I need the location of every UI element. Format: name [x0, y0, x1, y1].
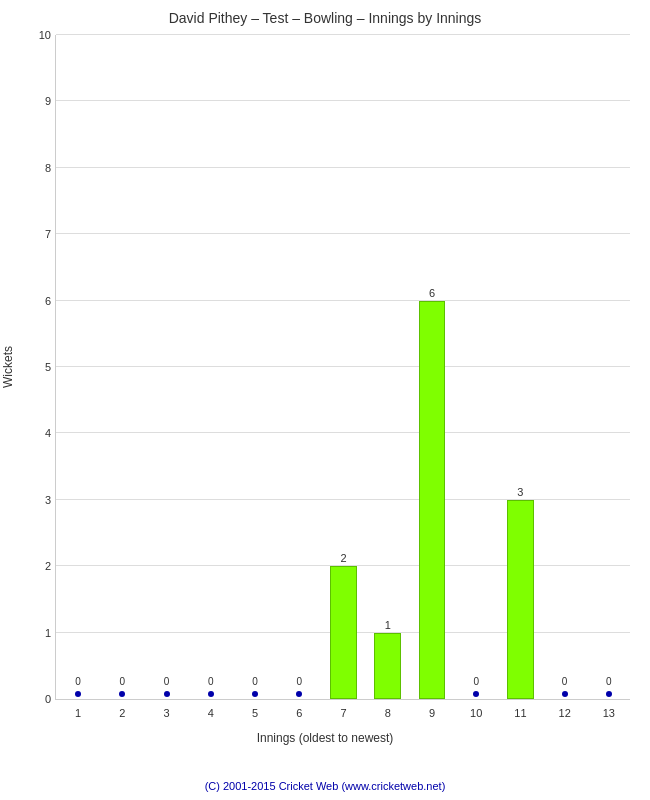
- y-tick-label: 0: [45, 693, 51, 705]
- x-tick-label: 6: [296, 707, 302, 719]
- x-tick-label: 2: [119, 707, 125, 719]
- x-tick-label: 5: [252, 707, 258, 719]
- zero-dot: [473, 691, 479, 697]
- y-tick-label: 10: [39, 29, 51, 41]
- zero-dot: [119, 691, 125, 697]
- x-tick-label: 10: [470, 707, 482, 719]
- y-tick-label: 2: [45, 560, 51, 572]
- grid-line: [56, 300, 630, 301]
- y-tick-label: 8: [45, 162, 51, 174]
- bar: 2: [330, 566, 357, 699]
- chart-container: David Pithey – Test – Bowling – Innings …: [0, 0, 650, 800]
- grid-line: [56, 233, 630, 234]
- y-tick-label: 3: [45, 494, 51, 506]
- y-tick-label: 4: [45, 427, 51, 439]
- x-tick-label: 11: [514, 707, 526, 719]
- bar: 1: [374, 633, 401, 699]
- y-tick-label: 6: [45, 295, 51, 307]
- footer: (C) 2001-2015 Cricket Web (www.cricketwe…: [0, 780, 650, 792]
- bar-value-label: 0: [157, 676, 177, 687]
- bar-value-label: 6: [420, 287, 445, 299]
- x-tick-label: 4: [208, 707, 214, 719]
- x-tick-label: 9: [429, 707, 435, 719]
- x-tick-label: 13: [603, 707, 615, 719]
- grid-line: [56, 499, 630, 500]
- y-tick-label: 1: [45, 627, 51, 639]
- zero-dot: [75, 691, 81, 697]
- grid-line: [56, 167, 630, 168]
- grid-line: [56, 366, 630, 367]
- bar-value-label: 0: [599, 676, 619, 687]
- zero-dot: [562, 691, 568, 697]
- bar: 6: [419, 301, 446, 699]
- zero-dot: [208, 691, 214, 697]
- grid-line: [56, 34, 630, 35]
- bar-value-label: 0: [555, 676, 575, 687]
- bar-value-label: 3: [508, 486, 533, 498]
- x-tick-label: 3: [164, 707, 170, 719]
- zero-dot: [164, 691, 170, 697]
- zero-dot: [606, 691, 612, 697]
- bar-value-label: 1: [375, 619, 400, 631]
- bar-value-label: 0: [245, 676, 265, 687]
- x-tick-label: 7: [340, 707, 346, 719]
- y-tick-label: 7: [45, 228, 51, 240]
- zero-dot: [252, 691, 258, 697]
- y-tick-label: 9: [45, 95, 51, 107]
- bar-value-label: 0: [201, 676, 221, 687]
- y-tick-label: 5: [45, 361, 51, 373]
- plot-area: 0123456789101020304050607281961001131201…: [55, 35, 630, 700]
- bar-value-label: 0: [68, 676, 88, 687]
- x-tick-label: 1: [75, 707, 81, 719]
- chart-title: David Pithey – Test – Bowling – Innings …: [0, 0, 650, 31]
- bar-value-label: 0: [112, 676, 132, 687]
- bar-value-label: 0: [466, 676, 486, 687]
- zero-dot: [296, 691, 302, 697]
- grid-line: [56, 100, 630, 101]
- bar: 3: [507, 500, 534, 699]
- x-tick-label: 8: [385, 707, 391, 719]
- grid-line: [56, 432, 630, 433]
- x-tick-label: 12: [559, 707, 571, 719]
- x-axis-label: Innings (oldest to newest): [0, 731, 650, 745]
- bar-value-label: 0: [289, 676, 309, 687]
- bar-value-label: 2: [331, 552, 356, 564]
- y-axis-label: Wickets: [1, 35, 15, 700]
